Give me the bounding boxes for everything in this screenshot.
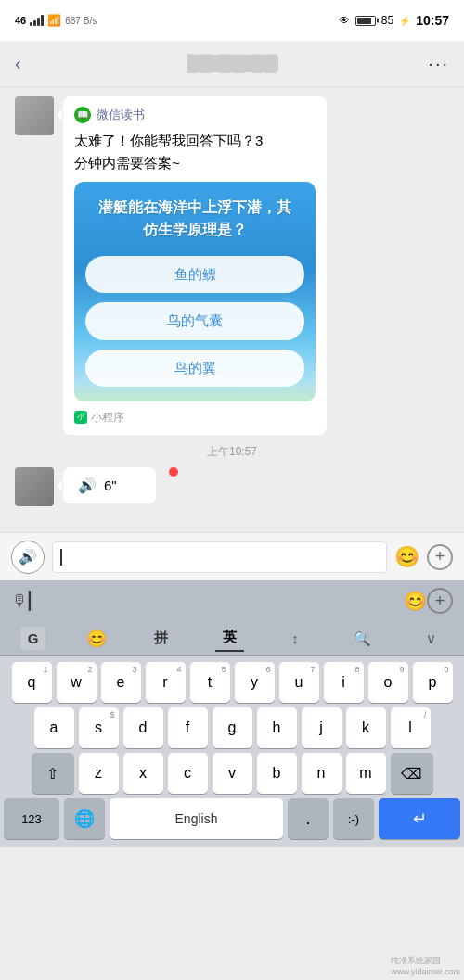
emoji-keyboard-icon[interactable]: 😊	[404, 590, 427, 612]
quiz-card[interactable]: 潜艇能在海洋中上浮下潜，其 仿生学原理是？ 鱼的鳔 鸟的气囊 鸟的翼	[74, 182, 316, 402]
unread-dot	[169, 467, 178, 477]
battery-icon	[355, 16, 376, 26]
voice-bubble[interactable]: 🔊 6"	[63, 467, 156, 503]
key-u[interactable]: 7u	[279, 662, 319, 703]
key-v[interactable]: v	[213, 753, 252, 794]
charge-icon: ⚡	[399, 16, 410, 26]
key-j[interactable]: j	[302, 707, 342, 748]
key-f[interactable]: f	[168, 707, 208, 748]
chat-title: ██ ██ ██	[37, 55, 428, 73]
delete-key[interactable]: ⌫	[391, 753, 433, 794]
signal-icon	[30, 15, 44, 26]
key-x[interactable]: x	[123, 753, 163, 794]
voice-duration: 6"	[104, 477, 117, 493]
collapse-keyboard-icon[interactable]: ∨	[419, 627, 444, 651]
battery-level: 85	[381, 14, 393, 27]
key-n[interactable]: n	[302, 753, 342, 794]
keyboard: 1q 2w 3e 4r 5t 6y 7u 8i 9o 0p a $s d f g…	[0, 656, 464, 847]
key-a[interactable]: a	[34, 707, 74, 748]
key-m[interactable]: m	[346, 753, 386, 794]
key-i[interactable]: 8i	[324, 662, 364, 703]
key-k[interactable]: k	[346, 707, 386, 748]
wifi-icon: 📶	[47, 14, 61, 27]
voice-input-icon[interactable]: 🎙	[11, 592, 28, 611]
keyboard-method-row: G 😊 拼 英 ↕ 🔍 ∨	[0, 621, 464, 656]
app-logo: 📖	[74, 107, 91, 123]
keyboard-row-1: 1q 2w 3e 4r 5t 6y 7u 8i 9o 0p	[4, 662, 460, 703]
keyboard-row-3: ⇧ z x c v b n m ⌫	[4, 753, 460, 794]
emoji-button[interactable]: 😊	[394, 545, 419, 569]
quiz-option-2[interactable]: 鸟的气囊	[85, 302, 304, 340]
avatar	[15, 96, 54, 135]
voice-switch-button[interactable]: 🔊	[11, 541, 45, 574]
return-key[interactable]: ↵	[379, 798, 460, 839]
emoji-method-key[interactable]: 😊	[86, 629, 107, 649]
keyboard-row-2: a $s d f g h j k /l	[4, 707, 460, 748]
key-b[interactable]: b	[257, 753, 297, 794]
period-key[interactable]: .	[288, 798, 329, 839]
english-method-key[interactable]: 英	[215, 625, 244, 652]
timestamp: 上午10:57	[15, 444, 449, 460]
add-button[interactable]: +	[427, 544, 453, 570]
app-name: 微信读书	[97, 106, 145, 124]
pinyin-key[interactable]: 拼	[147, 626, 175, 651]
key-l[interactable]: /l	[391, 707, 431, 748]
chat-header: ‹ ██ ██ ██ ···	[0, 41, 464, 87]
numbers-key[interactable]: 123	[4, 798, 59, 839]
network-type: 46	[15, 15, 26, 26]
miniprogram-icon: 小	[74, 411, 87, 424]
search-keyboard-icon[interactable]: 🔍	[346, 627, 379, 651]
punctuation-key[interactable]: :-)	[333, 798, 374, 839]
key-c[interactable]: c	[168, 753, 208, 794]
miniprogram-tag: 小 小程序	[74, 409, 316, 426]
keyboard-add-button[interactable]: +	[427, 588, 453, 614]
keyboard-suggestion-row: 🎙 😊 +	[0, 580, 464, 621]
back-button[interactable]: ‹	[15, 53, 37, 74]
switch-icon[interactable]: ↕	[284, 627, 306, 650]
quiz-option-1[interactable]: 鱼的鳔	[85, 256, 304, 294]
shift-key[interactable]: ⇧	[32, 753, 74, 794]
key-o[interactable]: 9o	[368, 662, 408, 703]
key-r[interactable]: 4r	[146, 662, 186, 703]
chat-area: 📖 微信读书 太难了！你能帮我回答下吗？3 分钟内需要答案~ 潜艇能在海洋中上浮…	[0, 87, 464, 532]
key-w[interactable]: 2w	[57, 662, 97, 703]
status-left: 46 📶 687 B/s	[15, 14, 97, 27]
key-p[interactable]: 0p	[413, 662, 453, 703]
voice-button-icon: 🔊	[19, 548, 37, 566]
key-y[interactable]: 6y	[235, 662, 275, 703]
globe-key[interactable]: 🌐	[64, 798, 105, 839]
voice-play-icon: 🔊	[78, 477, 97, 494]
more-button[interactable]: ···	[428, 53, 449, 74]
space-key[interactable]: English	[110, 798, 283, 839]
avatar-2	[15, 467, 54, 506]
status-bar: 46 📶 687 B/s 👁 85 ⚡ 10:57	[0, 0, 464, 41]
text-input[interactable]	[52, 541, 387, 573]
quiz-question: 潜艇能在海洋中上浮下潜，其 仿生学原理是？	[85, 197, 304, 241]
key-g[interactable]: g	[213, 707, 252, 748]
voice-message-row: 🔊 6"	[15, 467, 449, 506]
input-toolbar: 🔊 😊 +	[0, 532, 464, 580]
message-row: 📖 微信读书 太难了！你能帮我回答下吗？3 分钟内需要答案~ 潜艇能在海洋中上浮…	[15, 96, 449, 435]
time-display: 10:57	[416, 13, 449, 28]
key-t[interactable]: 5t	[190, 662, 230, 703]
key-h[interactable]: h	[257, 707, 297, 748]
message-text: 太难了！你能帮我回答下吗？3 分钟内需要答案~	[74, 130, 316, 174]
message-bubble: 📖 微信读书 太难了！你能帮我回答下吗？3 分钟内需要答案~ 潜艇能在海洋中上浮…	[63, 96, 327, 435]
watermark: 纯净系统家园www.yidaimer.com	[391, 955, 460, 976]
eye-icon: 👁	[339, 14, 350, 27]
speed-indicator: 687 B/s	[65, 16, 97, 26]
status-right: 👁 85 ⚡ 10:57	[339, 13, 449, 28]
key-d[interactable]: d	[123, 707, 163, 748]
miniprogram-label: 小程序	[91, 409, 124, 426]
weixin-reading-header: 📖 微信读书	[74, 106, 316, 124]
quiz-option-3[interactable]: 鸟的翼	[85, 350, 304, 388]
plus-icon: +	[435, 547, 445, 566]
google-key[interactable]: G	[20, 627, 46, 650]
key-e[interactable]: 3e	[101, 662, 141, 703]
keyboard-row-4: 123 🌐 English . :-) ↵	[4, 798, 460, 839]
key-z[interactable]: z	[79, 753, 119, 794]
key-s[interactable]: $s	[79, 707, 119, 748]
key-q[interactable]: 1q	[12, 662, 52, 703]
